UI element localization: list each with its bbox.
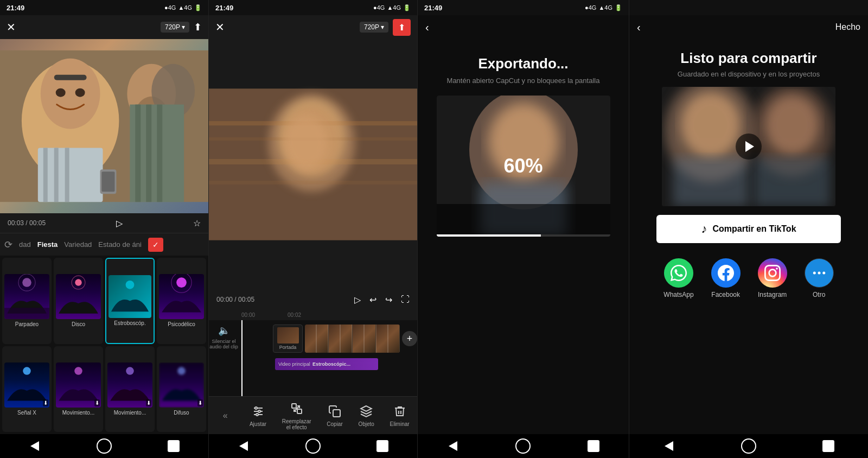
effect-clip[interactable]: Video principal Estroboscópic... (275, 358, 378, 370)
tool-ajustar[interactable]: Ajustar (250, 404, 266, 427)
undo-button[interactable]: ↩ (369, 295, 376, 305)
instagram-icon (758, 258, 787, 288)
social-icons-row: WhatsApp Facebook Instagram (629, 252, 868, 305)
playhead (241, 320, 242, 396)
other-share-button[interactable]: Otro (805, 258, 834, 298)
progress-bar-container (437, 234, 610, 237)
home-button-2[interactable] (303, 436, 323, 456)
whatsapp-share-button[interactable]: WhatsApp (663, 258, 693, 298)
facebook-icon (711, 258, 741, 288)
svg-marker-52 (361, 406, 372, 411)
svg-rect-18 (157, 105, 162, 202)
effect-label: Señal X (17, 410, 36, 416)
add-clip-button[interactable]: + (402, 331, 417, 346)
favorite-button-1[interactable]: ☆ (193, 218, 201, 228)
effect-label: Movimiento... (62, 410, 94, 416)
video-track-row: Portada + (273, 325, 417, 353)
home-button-1[interactable] (94, 436, 114, 456)
tab-dad[interactable]: dad (19, 240, 31, 249)
effect-parpadeo[interactable]: Parpadeo (2, 258, 52, 344)
close-button-2[interactable]: ✕ (215, 21, 225, 34)
back-button-3[interactable]: ‹ (425, 21, 429, 34)
progress-percentage: 60% (503, 155, 542, 177)
recent-button-4[interactable] (819, 436, 838, 456)
svg-rect-10 (43, 148, 48, 202)
svg-point-46 (256, 414, 258, 416)
tool-copiar[interactable]: Copiar (327, 404, 342, 427)
tiktok-share-button[interactable]: ♪ Compartir en TikTok (656, 215, 841, 243)
effect-disco[interactable]: Disco (54, 258, 103, 344)
effect-label: Estroboscóp. (114, 320, 145, 326)
fullscreen-button[interactable]: ⛶ (401, 295, 410, 304)
progress-bar-fill (437, 234, 541, 237)
tool-objeto-label: Objeto (358, 421, 374, 427)
battery-icon-3: 🔋 (615, 4, 622, 11)
svg-point-40 (285, 116, 328, 170)
signal-icon-2: ●4G (373, 4, 385, 11)
collapse-button[interactable]: « (216, 407, 234, 424)
facebook-share-button[interactable]: Facebook (711, 258, 741, 298)
back-button-4-nav[interactable] (659, 436, 679, 456)
tab-estado[interactable]: Estado de áni (98, 240, 142, 249)
tool-eliminar[interactable]: Eliminar (390, 404, 410, 427)
tool-objeto[interactable]: Objeto (358, 404, 374, 427)
svg-point-27 (23, 367, 31, 375)
recent-button-1[interactable] (164, 436, 183, 456)
effect-estroboscopico[interactable]: Estroboscóp. (105, 258, 155, 344)
instagram-label: Instagram (758, 291, 787, 298)
back-button-4[interactable]: ‹ (637, 21, 641, 34)
svg-point-66 (818, 272, 820, 275)
recent-button-2[interactable] (373, 436, 392, 456)
portada-clip[interactable]: Portada (273, 325, 303, 353)
top-bar-2: ✕ 720P ▾ ⬆ (209, 15, 417, 39)
effect-movimiento1[interactable]: ⬇ Movimiento... (54, 346, 103, 432)
close-button-1[interactable]: ✕ (7, 21, 16, 34)
playback-bar-2: 00:00 / 00:05 ▷ ↩ ↪ ⛶ (209, 290, 417, 309)
wifi-icon-3: ▲4G (598, 4, 612, 11)
download-icon: ⬇ (43, 399, 48, 406)
svg-point-5 (41, 59, 100, 129)
confirm-button[interactable]: ✓ (148, 238, 163, 252)
time-display-2: 00:00 / 00:05 (216, 296, 254, 303)
back-button-3-nav[interactable] (443, 436, 463, 456)
tool-copiar-label: Copiar (327, 421, 342, 427)
copy-icon (327, 404, 342, 419)
effect-track-row: Video principal Estroboscópic... (273, 358, 417, 370)
panel-3-top-bar: ‹ (418, 15, 629, 39)
tab-fiesta[interactable]: Fiesta (37, 240, 58, 249)
instagram-share-button[interactable]: Instagram (758, 258, 787, 298)
upload-icon: ⬆ (398, 22, 405, 33)
back-button-1[interactable] (25, 436, 44, 456)
export-title: Exportando... (418, 44, 629, 77)
top-bar-1: ✕ 720P ▾ ⬆ (0, 15, 208, 39)
timeline-ruler: 00:00 00:02 (209, 309, 417, 320)
status-icons-2: ●4G ▲4G 🔋 (373, 4, 411, 11)
quality-badge-1[interactable]: 720P ▾ (161, 22, 189, 33)
tool-reemplazar[interactable]: Reemplazarel efecto (282, 401, 311, 430)
status-icons-3: ●4G ▲4G 🔋 (585, 4, 622, 11)
recent-button-3[interactable] (584, 436, 603, 456)
facebook-label: Facebook (711, 291, 740, 298)
tab-variedad[interactable]: Variedad (64, 240, 92, 249)
export-button[interactable]: ⬆ (393, 19, 411, 36)
redo-button[interactable]: ↪ (385, 295, 392, 305)
main-video-clip[interactable] (305, 325, 400, 353)
status-time-2: 21:49 (215, 4, 233, 12)
play-button-2[interactable]: ▷ (354, 295, 361, 305)
tab-unknown[interactable]: ⟳ (4, 239, 12, 251)
effect-psicodelico[interactable]: Psicodélico (157, 258, 206, 344)
effect-senal-x[interactable]: ⬇ Señal X (2, 346, 52, 432)
mute-icon[interactable]: 🔈 (218, 325, 230, 336)
upload-button-1[interactable]: ⬆ (194, 21, 202, 33)
home-button-4[interactable] (739, 436, 758, 456)
home-button-3[interactable] (513, 436, 533, 456)
back-button-2[interactable] (234, 436, 253, 456)
effect-difuso[interactable]: ⬇ Difuso (157, 346, 206, 432)
play-circle[interactable] (736, 133, 762, 160)
done-button[interactable]: Hecho (835, 22, 860, 32)
effect-movimiento2[interactable]: ⬇ Movimiento... (105, 346, 155, 432)
quality-badge-2[interactable]: 720P ▾ (360, 22, 388, 33)
play-button-1[interactable]: ▷ (116, 218, 123, 228)
bottom-nav-2 (209, 434, 417, 458)
playback-controls-2: ▷ ↩ ↪ ⛶ (354, 295, 410, 305)
